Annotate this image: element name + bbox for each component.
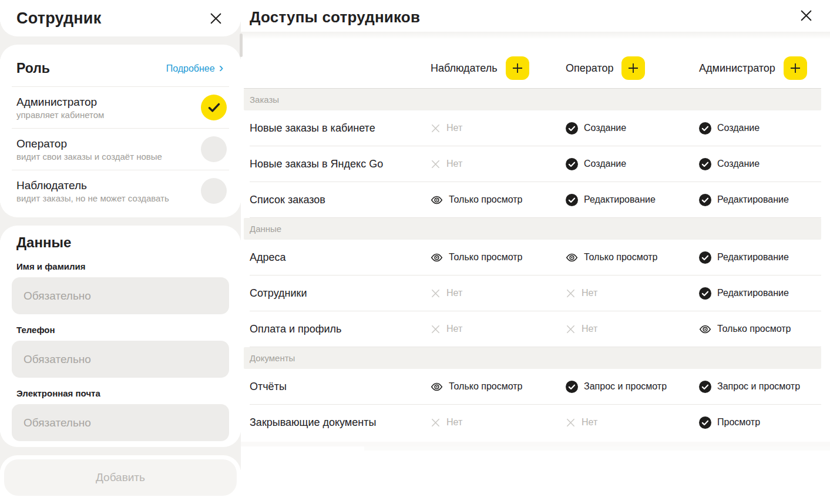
x-icon: [566, 324, 576, 334]
access-cell[interactable]: Создание: [554, 158, 687, 170]
access-cell[interactable]: Нет: [419, 417, 554, 428]
close-icon: [209, 11, 223, 26]
add-role-button[interactable]: [506, 56, 529, 80]
access-cell[interactable]: Нет: [419, 288, 554, 298]
access-cell[interactable]: Запрос и просмотр: [554, 381, 687, 393]
access-cell[interactable]: Редактирование: [687, 287, 821, 300]
access-cell[interactable]: Только просмотр: [554, 251, 687, 264]
access-level-text: Только просмотр: [584, 252, 658, 263]
close-icon: [799, 8, 814, 23]
access-cell[interactable]: Запрос и просмотр: [687, 381, 821, 393]
access-level-text: Только просмотр: [449, 252, 523, 263]
role-name: Администратор: [16, 95, 104, 109]
access-level-text: Только просмотр: [449, 381, 523, 392]
access-level-text: Создание: [717, 123, 760, 133]
access-level-text: Только просмотр: [717, 324, 791, 334]
table-row: Адреса Только просмотр Только просмотр Р…: [250, 240, 821, 275]
access-cell[interactable]: Только просмотр: [419, 251, 554, 264]
text-input[interactable]: [12, 277, 229, 314]
row-label: Отчёты: [250, 381, 419, 393]
details-link-label: Подробнее: [166, 63, 215, 74]
access-cell[interactable]: Создание: [554, 122, 687, 135]
access-cell[interactable]: Просмотр: [687, 416, 821, 429]
access-level-text: Нет: [446, 288, 462, 298]
scroll-shadow: [364, 446, 830, 451]
close-button[interactable]: [209, 11, 223, 26]
add-role-button[interactable]: [784, 56, 807, 80]
add-role-button[interactable]: [621, 56, 645, 80]
role-radio[interactable]: [201, 178, 227, 204]
column-label: Наблюдатель: [431, 62, 498, 75]
section-label: Данные: [250, 224, 281, 234]
access-cell[interactable]: Создание: [687, 122, 821, 135]
text-input[interactable]: [12, 341, 229, 378]
access-cell[interactable]: Нет: [554, 324, 687, 334]
close-button[interactable]: [799, 8, 814, 23]
access-cell[interactable]: Редактирование: [554, 194, 687, 206]
access-level-text: Запрос и просмотр: [717, 381, 800, 392]
access-cell[interactable]: Нет: [419, 324, 554, 334]
x-icon: [431, 123, 441, 133]
row-label: Сотрудники: [250, 287, 419, 300]
check-circle-icon: [699, 251, 711, 264]
app: Сотрудник Роль Подробнее › Администратор…: [0, 0, 830, 504]
data-heading: Данные: [16, 234, 224, 251]
form-field: Электронная почта: [12, 388, 229, 441]
text-input[interactable]: [12, 404, 229, 441]
check-circle-icon: [699, 122, 711, 135]
access-cell[interactable]: Нет: [554, 417, 687, 428]
employee-panel-header: Сотрудник: [0, 0, 241, 36]
field-label: Электронная почта: [16, 388, 224, 398]
role-option[interactable]: Администратор управляет кабинетом: [0, 87, 241, 128]
access-level-text: Редактирование: [717, 288, 789, 298]
access-level-text: Нет: [582, 417, 597, 428]
access-cell[interactable]: Только просмотр: [419, 194, 554, 206]
role-list: Администратор управляет кабинетом Операт…: [0, 87, 241, 217]
access-cell[interactable]: Редактирование: [687, 251, 821, 264]
access-cell[interactable]: Создание: [687, 158, 821, 170]
employee-panel: Сотрудник Роль Подробнее › Администратор…: [0, 0, 241, 504]
row-label: Адреса: [250, 251, 419, 264]
check-circle-icon: [699, 416, 711, 429]
section-band: Документы: [244, 347, 821, 369]
role-radio[interactable]: [201, 95, 227, 120]
access-level-text: Просмотр: [717, 417, 760, 428]
eye-icon: [431, 194, 443, 206]
add-employee-button[interactable]: Добавить: [4, 459, 237, 496]
column-header: Наблюдатель: [419, 56, 554, 80]
access-level-text: Редактирование: [717, 252, 789, 263]
role-option[interactable]: Оператор видит свои заказы и создаёт нов…: [0, 129, 241, 170]
column-headers: Наблюдатель Оператор Администратор: [250, 48, 821, 88]
table-row: Новые заказы в кабинете Нет Создание Соз…: [250, 110, 821, 146]
details-link[interactable]: Подробнее ›: [166, 63, 223, 74]
field-label: Имя и фамилия: [16, 261, 224, 271]
role-option[interactable]: Наблюдатель видит заказы, но не может со…: [0, 170, 241, 211]
scrollbar-thumb[interactable]: [240, 33, 243, 57]
access-cell[interactable]: Нет: [419, 123, 554, 133]
access-cell[interactable]: Нет: [554, 288, 687, 298]
check-circle-icon: [699, 381, 711, 393]
table-row: Оплата и профиль Нет Нет Только просмотр: [250, 311, 821, 347]
column-header: Оператор: [554, 56, 687, 80]
access-level-text: Нет: [582, 324, 597, 334]
panel-title: Сотрудник: [16, 9, 101, 28]
access-cell[interactable]: Только просмотр: [687, 323, 821, 335]
x-icon: [566, 288, 576, 298]
check-circle-icon: [566, 158, 578, 170]
row-label: Список заказов: [250, 194, 419, 206]
role-heading: Роль: [16, 61, 50, 76]
access-cell[interactable]: Редактирование: [687, 194, 821, 206]
access-cell[interactable]: Только просмотр: [419, 381, 554, 393]
access-level-text: Создание: [584, 123, 626, 133]
x-icon: [431, 324, 441, 334]
field-label: Телефон: [16, 325, 224, 335]
x-icon: [431, 418, 441, 428]
role-texts: Наблюдатель видит заказы, но не может со…: [16, 179, 169, 204]
access-cell[interactable]: Нет: [419, 159, 554, 169]
role-radio[interactable]: [201, 136, 227, 162]
column-header: Администратор: [687, 56, 821, 80]
check-circle-icon: [699, 287, 711, 300]
check-circle-icon: [699, 194, 711, 206]
scroll-shadow: [241, 442, 830, 446]
x-icon: [566, 418, 576, 428]
